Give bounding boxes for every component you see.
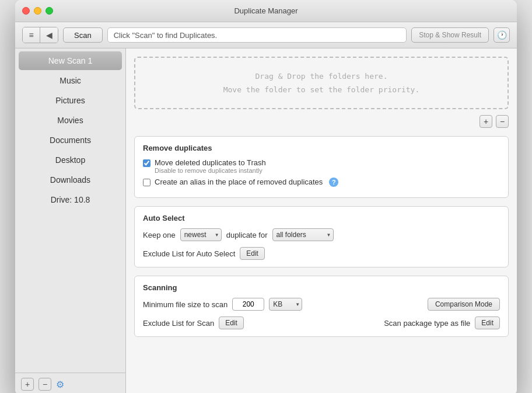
- exclude-scan-row: Exclude List for Scan Edit Scan package …: [143, 317, 500, 329]
- maximize-button[interactable]: [46, 7, 53, 15]
- auto-select-title: Auto Select: [143, 214, 500, 222]
- sidebar-footer: + − ⚙: [15, 373, 125, 393]
- sidebar-item-label: New Scan 1: [48, 56, 92, 65]
- scan-pkg-label: Scan package type as file: [384, 319, 470, 328]
- exclude-scan-edit-button[interactable]: Edit: [219, 317, 244, 329]
- keep-one-row: Keep one newest oldest largest smallest …: [143, 228, 500, 241]
- folders-dropdown-wrap: all folders selected folder: [272, 228, 334, 241]
- sidebar-item-label: Movies: [57, 116, 83, 125]
- file-size-input[interactable]: [232, 298, 264, 311]
- list-view-button[interactable]: ≡: [23, 27, 40, 43]
- sidebar-item-label: Music: [60, 76, 81, 85]
- sidebar: New Scan 1 Music Pictures Movies Documen…: [15, 48, 126, 393]
- keep-one-label: Keep one: [143, 231, 176, 239]
- main-content: New Scan 1 Music Pictures Movies Documen…: [15, 48, 517, 393]
- create-alias-label: Create an alias in the place of removed …: [155, 178, 323, 186]
- close-button[interactable]: [22, 7, 30, 15]
- settings-gear-button[interactable]: ⚙: [56, 379, 64, 390]
- remove-duplicates-title: Remove duplicates: [143, 144, 500, 152]
- sidebar-item-label: Pictures: [55, 96, 85, 105]
- move-to-trash-label: Move deleted duplicates to Trash: [155, 158, 266, 167]
- move-to-trash-checkbox[interactable]: [143, 159, 150, 167]
- add-scan-button[interactable]: +: [21, 378, 34, 391]
- sidebar-item-new-scan[interactable]: New Scan 1: [19, 51, 122, 70]
- clock-icon: 🕐: [497, 30, 507, 40]
- move-to-trash-sublabel: Disable to remove duplicates instantly: [155, 167, 266, 174]
- move-to-trash-row: Move deleted duplicates to Trash Disable…: [143, 158, 500, 174]
- sidebar-item-pictures[interactable]: Pictures: [19, 91, 122, 110]
- sidebar-item-documents[interactable]: Documents: [19, 131, 122, 149]
- duplicate-for-label: duplicate for: [226, 231, 268, 239]
- create-alias-checkbox[interactable]: [143, 179, 150, 186]
- sidebar-item-drive[interactable]: Drive: 10.8: [19, 190, 122, 209]
- newest-dropdown[interactable]: newest oldest largest smallest: [180, 228, 222, 241]
- window-title: Duplicate Manager: [234, 6, 298, 15]
- scan-button[interactable]: Scan: [63, 27, 103, 43]
- main-window: Duplicate Manager ≡ ◀ Scan Click "Scan" …: [15, 0, 517, 393]
- unit-dropdown[interactable]: KB MB Bytes: [269, 298, 302, 311]
- stop-show-result-button[interactable]: Stop & Show Result: [411, 27, 489, 43]
- minimize-button[interactable]: [34, 7, 41, 15]
- create-alias-row: Create an alias in the place of removed …: [143, 178, 500, 187]
- traffic-lights: [22, 7, 53, 15]
- progress-text: Click "Scan" to find Duplicates.: [107, 27, 407, 43]
- dropzone-line2: Move the folder to set the folder priori…: [223, 83, 420, 96]
- folder-controls: + −: [134, 115, 509, 128]
- add-folder-button[interactable]: +: [480, 115, 492, 128]
- clock-button[interactable]: 🕐: [494, 27, 510, 43]
- remove-folder-button[interactable]: −: [496, 115, 509, 128]
- auto-select-section: Auto Select Keep one newest oldest large…: [134, 206, 509, 267]
- sidebar-item-movies[interactable]: Movies: [19, 111, 122, 130]
- sidebar-item-label: Documents: [50, 135, 91, 145]
- min-file-size-label: Minimum file size to scan: [143, 300, 228, 309]
- back-button[interactable]: ◀: [40, 27, 58, 43]
- comparison-mode-button[interactable]: Comparison Mode: [428, 298, 500, 311]
- sidebar-item-label: Desktop: [55, 155, 85, 165]
- drop-zone[interactable]: Drag & Drop the folders here. Move the f…: [134, 57, 509, 109]
- sidebar-item-desktop[interactable]: Desktop: [19, 151, 122, 169]
- scanning-title: Scanning: [143, 283, 500, 292]
- sidebar-item-music[interactable]: Music: [19, 71, 122, 90]
- titlebar: Duplicate Manager: [15, 0, 517, 22]
- sidebar-item-label: Drive: 10.8: [51, 195, 90, 204]
- folders-dropdown[interactable]: all folders selected folder: [272, 228, 334, 241]
- newest-dropdown-wrap: newest oldest largest smallest: [180, 228, 222, 241]
- exclude-list-auto-label: Exclude List for Auto Select: [143, 249, 235, 258]
- toolbar: ≡ ◀ Scan Click "Scan" to find Duplicates…: [15, 22, 517, 48]
- view-toggle-group: ≡ ◀: [22, 27, 58, 43]
- exclude-auto-select-row: Exclude List for Auto Select Edit: [143, 247, 500, 260]
- sidebar-item-downloads[interactable]: Downloads: [19, 171, 122, 189]
- scan-pkg-edit-button[interactable]: Edit: [475, 317, 500, 329]
- help-icon[interactable]: ?: [329, 178, 338, 187]
- remove-duplicates-section: Remove duplicates Move deleted duplicate…: [134, 136, 509, 198]
- exclude-scan-label: Exclude List for Scan: [143, 319, 214, 328]
- scanning-section: Scanning Minimum file size to scan KB MB…: [134, 276, 509, 337]
- remove-scan-button[interactable]: −: [38, 378, 51, 391]
- exclude-auto-edit-button[interactable]: Edit: [240, 247, 265, 260]
- content-area: Drag & Drop the folders here. Move the f…: [126, 48, 517, 393]
- unit-dropdown-wrap: KB MB Bytes: [269, 298, 302, 311]
- min-file-size-row: Minimum file size to scan KB MB Bytes Co…: [143, 298, 500, 311]
- sidebar-item-label: Downloads: [50, 175, 90, 185]
- gear-icon: ⚙: [56, 380, 64, 389]
- dropzone-line1: Drag & Drop the folders here.: [256, 69, 388, 83]
